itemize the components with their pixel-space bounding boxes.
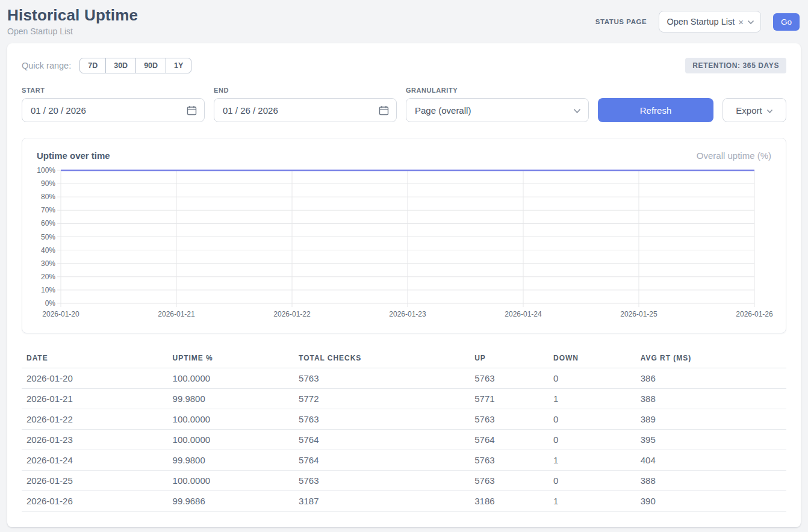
- table-cell: 3186: [470, 491, 549, 512]
- y-axis-tick-label: 100%: [37, 166, 55, 175]
- calendar-icon[interactable]: [187, 105, 197, 116]
- table-cell: 100.0000: [168, 430, 294, 450]
- refresh-button[interactable]: Refresh: [598, 98, 713, 122]
- table-cell: 2026-01-26: [22, 491, 168, 512]
- table-column-header: AVG RT (MS): [636, 350, 786, 368]
- status-page-label: STATUS PAGE: [595, 18, 647, 25]
- table-cell: 5763: [470, 450, 549, 471]
- table-cell: 0: [549, 471, 636, 491]
- table-cell: 5763: [470, 409, 549, 430]
- main-card: Quick range: 7D30D90D1Y RETENTION: 365 D…: [7, 43, 801, 527]
- y-axis-tick-label: 10%: [41, 286, 55, 294]
- table-cell: 2026-01-24: [22, 450, 168, 471]
- table-cell: 388: [636, 389, 786, 409]
- table-cell: 100.0000: [168, 368, 294, 389]
- table-cell: 1: [549, 389, 636, 409]
- chevron-down-icon: [766, 105, 773, 116]
- x-axis-tick-label: 2026-01-25: [620, 310, 657, 318]
- table-cell: 100.0000: [168, 409, 294, 430]
- filter-row-quick-range: Quick range: 7D30D90D1Y RETENTION: 365 D…: [22, 58, 786, 73]
- chevron-down-icon: [573, 105, 581, 116]
- table-column-header: UP: [470, 350, 549, 368]
- header-right: STATUS PAGE Open Startup List × Go: [595, 11, 800, 32]
- table-cell: 5763: [294, 471, 470, 491]
- x-axis-tick-label: 2026-01-24: [505, 310, 542, 318]
- table-row: 2026-01-20100.0000576357630386: [22, 368, 786, 389]
- table-cell: 390: [636, 491, 786, 512]
- chevron-down-icon: [747, 17, 754, 26]
- status-page-selected-value: Open Startup List: [667, 17, 735, 26]
- table-cell: 2026-01-25: [22, 471, 168, 491]
- table-cell: 386: [636, 368, 786, 389]
- y-axis-tick-label: 40%: [41, 246, 55, 255]
- table-cell: 99.9800: [168, 389, 294, 409]
- page-subtitle: Open Startup List: [7, 26, 138, 36]
- uptime-table: DATEUPTIME %TOTAL CHECKSUPDOWNAVG RT (MS…: [22, 350, 786, 512]
- table-row: 2026-01-25100.0000576357630388: [22, 471, 786, 491]
- table-header-row: DATEUPTIME %TOTAL CHECKSUPDOWNAVG RT (MS…: [22, 350, 786, 368]
- table-cell: 1: [549, 491, 636, 512]
- table-cell: 2026-01-21: [22, 389, 168, 409]
- quick-range-button-30d[interactable]: 30D: [105, 58, 136, 73]
- end-date-input[interactable]: 01 / 26 / 2026: [214, 98, 397, 122]
- table-cell: 99.9686: [168, 491, 294, 512]
- export-button-label: Export: [736, 105, 762, 116]
- title-block: Historical Uptime Open Startup List: [7, 6, 138, 36]
- start-date-input[interactable]: 01 / 20 / 2026: [22, 98, 205, 122]
- clear-selection-icon[interactable]: ×: [738, 17, 744, 27]
- table-cell: 5764: [294, 430, 470, 450]
- table-column-header: UPTIME %: [168, 350, 294, 368]
- table-column-header: TOTAL CHECKS: [294, 350, 470, 368]
- table-cell: 5764: [470, 430, 549, 450]
- granularity-selected-value: Page (overall): [415, 105, 573, 116]
- table-cell: 100.0000: [168, 471, 294, 491]
- top-header: Historical Uptime Open Startup List STAT…: [0, 0, 808, 41]
- table-cell: 5763: [294, 368, 470, 389]
- uptime-line-chart[interactable]: 0%10%20%30%40%50%60%70%80%90%100%2026-01…: [37, 167, 771, 324]
- table-row: 2026-01-22100.0000576357630389: [22, 409, 786, 430]
- calendar-icon[interactable]: [379, 105, 389, 116]
- table-column-header: DOWN: [549, 350, 636, 368]
- quick-range-label: Quick range:: [22, 61, 71, 70]
- table-cell: 5763: [294, 409, 470, 430]
- go-button[interactable]: Go: [773, 13, 800, 31]
- start-date-label: START: [22, 87, 205, 94]
- status-page-select[interactable]: Open Startup List ×: [659, 11, 761, 32]
- quick-range-button-90d[interactable]: 90D: [135, 58, 166, 73]
- table-cell: 2026-01-23: [22, 430, 168, 450]
- table-cell: 0: [549, 430, 636, 450]
- quick-range-button-7d[interactable]: 7D: [79, 58, 106, 73]
- granularity-field-group: GRANULARITY Page (overall): [406, 87, 589, 122]
- start-date-value: 01 / 20 / 2026: [31, 105, 187, 116]
- table-cell: 5764: [294, 450, 470, 471]
- table-cell: 3187: [294, 491, 470, 512]
- start-date-field-group: START 01 / 20 / 2026: [22, 87, 205, 122]
- y-axis-tick-label: 20%: [41, 273, 55, 281]
- table-cell: 2026-01-20: [22, 368, 168, 389]
- table-cell: 388: [636, 471, 786, 491]
- granularity-select[interactable]: Page (overall): [406, 98, 589, 122]
- table-row: 2026-01-2199.9800577257711388: [22, 389, 786, 409]
- y-axis-tick-label: 90%: [41, 179, 55, 188]
- y-axis-tick-label: 30%: [41, 259, 55, 268]
- x-axis-tick-label: 2026-01-23: [389, 310, 426, 318]
- table-row: 2026-01-23100.0000576457640395: [22, 430, 786, 450]
- x-axis-tick-label: 2026-01-21: [158, 310, 195, 318]
- quick-range-button-1y[interactable]: 1Y: [166, 58, 191, 73]
- table-cell: 404: [636, 450, 786, 471]
- x-axis-tick-label: 2026-01-26: [736, 310, 773, 318]
- chart-legend-label: Overall uptime (%): [697, 150, 771, 161]
- uptime-chart-card: Uptime over time Overall uptime (%) 0%10…: [22, 138, 786, 333]
- x-axis-tick-label: 2026-01-20: [42, 310, 79, 318]
- table-cell: 389: [636, 409, 786, 430]
- y-axis-tick-label: 70%: [41, 206, 55, 214]
- y-axis-tick-label: 80%: [41, 193, 55, 201]
- table-cell: 0: [549, 409, 636, 430]
- table-cell: 99.9800: [168, 450, 294, 471]
- end-date-field-group: END 01 / 26 / 2026: [214, 87, 397, 122]
- export-button[interactable]: Export: [723, 98, 786, 122]
- granularity-label: GRANULARITY: [406, 87, 589, 94]
- y-axis-tick-label: 60%: [41, 219, 55, 227]
- table-cell: 5771: [470, 389, 549, 409]
- quick-range-button-group: 7D30D90D1Y: [79, 58, 191, 73]
